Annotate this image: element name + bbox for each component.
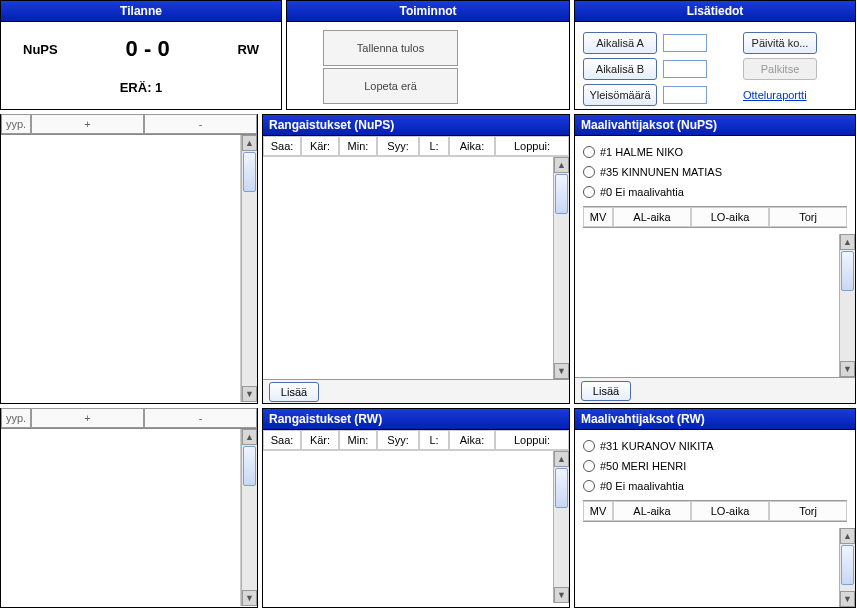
scroll-up-icon[interactable]: ▲ [242,135,257,151]
scroll-down-icon[interactable]: ▼ [242,590,257,606]
goalie-b-option-2-label: #0 Ei maalivahtia [600,480,684,492]
goalie-a-add-button[interactable]: Lisää [581,381,631,401]
pen-col-aika[interactable]: Aika: [449,430,495,450]
penalties-a-head: Saa: Kär: Min: Syy: L: Aika: Loppui: [263,136,569,157]
goalie-a-panel: Maalivahtijaksot (NuPS) #1 HALME NIKO #3… [574,114,856,404]
goalie-col-al[interactable]: AL-aika [613,501,691,521]
radio-icon[interactable] [583,146,595,158]
match-report-link[interactable]: Otteluraportti [743,89,807,101]
refresh-roster-button[interactable]: Päivitä ko... [743,32,817,54]
scroll-down-icon[interactable]: ▼ [554,587,569,603]
goalie-a-list [575,234,839,377]
radio-icon[interactable] [583,480,595,492]
goalie-col-lo[interactable]: LO-aika [691,207,769,227]
pen-col-syy[interactable]: Syy: [377,136,419,156]
timeout-a-input[interactable] [663,34,707,52]
roster-b-panel: yyp. + - ▲ ▼ [0,408,258,608]
goalie-b-scrollbar[interactable]: ▲ ▼ [839,528,855,607]
goalie-col-al[interactable]: AL-aika [613,207,691,227]
pen-col-saa[interactable]: Saa: [263,136,301,156]
goalie-col-torj[interactable]: Torj [769,501,847,521]
goalie-a-option-0[interactable]: #1 HALME NIKO [583,142,847,162]
pen-col-loppui[interactable]: Loppui: [495,430,569,450]
scroll-thumb[interactable] [555,174,568,214]
pen-col-min[interactable]: Min: [339,430,377,450]
pen-col-kar[interactable]: Kär: [301,136,339,156]
radio-icon[interactable] [583,440,595,452]
penalties-a-panel: Rangaistukset (NuPS) Saa: Kär: Min: Syy:… [262,114,570,404]
scroll-thumb[interactable] [243,446,256,486]
situation-panel: Tilanne NuPS 0 - 0 RW ERÄ: 1 [0,0,282,110]
goalie-b-option-0-label: #31 KURANOV NIKITA [600,440,714,452]
roster-col-plus[interactable]: + [31,114,144,134]
goalie-b-option-1[interactable]: #50 MERI HENRI [583,456,847,476]
goalie-b-option-0[interactable]: #31 KURANOV NIKITA [583,436,847,456]
pen-col-loppui[interactable]: Loppui: [495,136,569,156]
reward-button[interactable]: Palkitse [743,58,817,80]
timeout-b-input[interactable] [663,60,707,78]
scroll-up-icon[interactable]: ▲ [554,157,569,173]
scroll-down-icon[interactable]: ▼ [840,591,855,607]
roster-col-yyp[interactable]: yyp. [1,408,31,428]
roster-col-plus[interactable]: + [31,408,144,428]
scroll-up-icon[interactable]: ▲ [554,451,569,467]
roster-col-minus[interactable]: - [144,408,257,428]
pen-col-l[interactable]: L: [419,136,449,156]
goalie-a-option-2[interactable]: #0 Ei maalivahtia [583,182,847,202]
penalties-b-head: Saa: Kär: Min: Syy: L: Aika: Loppui: [263,430,569,451]
attendance-input[interactable] [663,86,707,104]
roster-b-scrollbar[interactable]: ▲ ▼ [241,429,257,606]
goalie-col-mv[interactable]: MV [583,207,613,227]
pen-col-min[interactable]: Min: [339,136,377,156]
goalie-col-torj[interactable]: Torj [769,207,847,227]
goalie-a-option-2-label: #0 Ei maalivahtia [600,186,684,198]
goalie-a-option-1[interactable]: #35 KINNUNEN MATIAS [583,162,847,182]
scroll-down-icon[interactable]: ▼ [840,361,855,377]
pen-col-saa[interactable]: Saa: [263,430,301,450]
actions-panel: Toiminnot Tallenna tulos Lopeta erä [286,0,570,110]
team-b-label: RW [238,42,259,57]
timeout-b-button[interactable]: Aikalisä B [583,58,657,80]
penalties-a-list [263,157,553,379]
pen-col-l[interactable]: L: [419,430,449,450]
roster-a-scrollbar[interactable]: ▲ ▼ [241,135,257,402]
roster-col-yyp[interactable]: yyp. [1,114,31,134]
penalties-a-title: Rangaistukset (NuPS) [263,115,569,136]
extra-info-body: Aikalisä A Päivitä ko... Aikalisä B Palk… [575,22,855,109]
scroll-up-icon[interactable]: ▲ [840,528,855,544]
penalties-a-add-button[interactable]: Lisää [269,382,319,402]
penalties-b-title: Rangaistukset (RW) [263,409,569,430]
save-result-button[interactable]: Tallenna tulos [323,30,458,66]
scroll-down-icon[interactable]: ▼ [554,363,569,379]
end-period-button[interactable]: Lopeta erä [323,68,458,104]
scroll-thumb[interactable] [243,152,256,192]
roster-col-minus[interactable]: - [144,114,257,134]
roster-a-panel: yyp. + - ▲ ▼ [0,114,258,404]
attendance-button[interactable]: Yleisömäärä [583,84,657,106]
pen-col-aika[interactable]: Aika: [449,136,495,156]
radio-icon[interactable] [583,186,595,198]
situation-title: Tilanne [1,1,281,22]
goalie-a-scrollbar[interactable]: ▲ ▼ [839,234,855,377]
goalie-col-lo[interactable]: LO-aika [691,501,769,521]
goalie-col-mv[interactable]: MV [583,501,613,521]
penalties-a-scrollbar[interactable]: ▲ ▼ [553,157,569,379]
goalie-b-list [575,528,839,607]
timeout-a-button[interactable]: Aikalisä A [583,32,657,54]
radio-icon[interactable] [583,460,595,472]
goalie-b-option-2[interactable]: #0 Ei maalivahtia [583,476,847,496]
scroll-up-icon[interactable]: ▲ [242,429,257,445]
scroll-thumb[interactable] [555,468,568,508]
actions-body: Tallenna tulos Lopeta erä [287,22,569,109]
penalties-b-scrollbar[interactable]: ▲ ▼ [553,451,569,603]
pen-col-kar[interactable]: Kär: [301,430,339,450]
pen-col-syy[interactable]: Syy: [377,430,419,450]
extra-info-title: Lisätiedot [575,1,855,22]
scroll-thumb[interactable] [841,545,854,585]
scroll-thumb[interactable] [841,251,854,291]
radio-icon[interactable] [583,166,595,178]
scroll-up-icon[interactable]: ▲ [840,234,855,250]
goalie-b-title: Maalivahtijaksot (RW) [575,409,855,430]
scroll-down-icon[interactable]: ▼ [242,386,257,402]
goalie-b-options: #31 KURANOV NIKITA #50 MERI HENRI #0 Ei … [575,430,855,528]
